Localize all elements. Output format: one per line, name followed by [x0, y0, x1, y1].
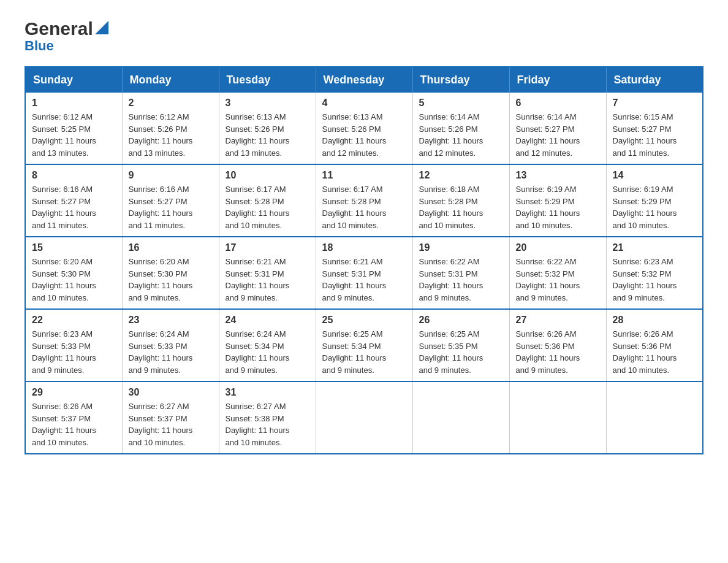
- calendar-cell: 30 Sunrise: 6:27 AM Sunset: 5:37 PM Dayl…: [122, 381, 219, 454]
- calendar-week-5: 29 Sunrise: 6:26 AM Sunset: 5:37 PM Dayl…: [25, 381, 703, 454]
- day-info: Sunrise: 6:25 AM Sunset: 5:34 PM Dayligh…: [322, 328, 406, 376]
- day-number: 4: [322, 98, 406, 109]
- day-number: 2: [129, 98, 213, 109]
- day-info: Sunrise: 6:13 AM Sunset: 5:26 PM Dayligh…: [226, 111, 309, 159]
- day-number: 29: [32, 387, 116, 398]
- day-info: Sunrise: 6:22 AM Sunset: 5:31 PM Dayligh…: [419, 256, 503, 304]
- day-info: Sunrise: 6:19 AM Sunset: 5:29 PM Dayligh…: [613, 183, 697, 231]
- day-number: 27: [516, 315, 600, 326]
- day-number: 9: [129, 170, 213, 181]
- day-info: Sunrise: 6:23 AM Sunset: 5:32 PM Dayligh…: [613, 256, 697, 304]
- calendar-cell: 19 Sunrise: 6:22 AM Sunset: 5:31 PM Dayl…: [412, 237, 509, 309]
- calendar-cell: [509, 381, 606, 454]
- day-number: 8: [32, 170, 116, 181]
- day-number: 21: [613, 242, 697, 253]
- day-info: Sunrise: 6:24 AM Sunset: 5:34 PM Dayligh…: [226, 328, 309, 376]
- calendar-cell: 6 Sunrise: 6:14 AM Sunset: 5:27 PM Dayli…: [509, 93, 606, 164]
- day-number: 7: [613, 98, 697, 109]
- day-info: Sunrise: 6:21 AM Sunset: 5:31 PM Dayligh…: [226, 256, 309, 304]
- day-info: Sunrise: 6:20 AM Sunset: 5:30 PM Dayligh…: [32, 256, 116, 304]
- day-info: Sunrise: 6:21 AM Sunset: 5:31 PM Dayligh…: [322, 256, 406, 304]
- calendar-header-friday: Friday: [509, 67, 606, 93]
- day-number: 31: [226, 387, 309, 398]
- logo-triangle-icon: [95, 21, 108, 34]
- calendar-cell: 23 Sunrise: 6:24 AM Sunset: 5:33 PM Dayl…: [122, 309, 219, 381]
- day-info: Sunrise: 6:14 AM Sunset: 5:26 PM Dayligh…: [419, 111, 503, 159]
- calendar-cell: [606, 381, 703, 454]
- day-info: Sunrise: 6:26 AM Sunset: 5:37 PM Dayligh…: [32, 400, 116, 448]
- day-number: 16: [129, 242, 213, 253]
- calendar-cell: 24 Sunrise: 6:24 AM Sunset: 5:34 PM Dayl…: [219, 309, 316, 381]
- calendar-header-tuesday: Tuesday: [219, 67, 316, 93]
- day-info: Sunrise: 6:17 AM Sunset: 5:28 PM Dayligh…: [226, 183, 309, 231]
- calendar-week-1: 1 Sunrise: 6:12 AM Sunset: 5:25 PM Dayli…: [25, 93, 703, 164]
- day-info: Sunrise: 6:23 AM Sunset: 5:33 PM Dayligh…: [32, 328, 116, 376]
- day-info: Sunrise: 6:27 AM Sunset: 5:37 PM Dayligh…: [129, 400, 213, 448]
- calendar-cell: [316, 381, 412, 454]
- svg-marker-0: [95, 21, 108, 34]
- day-number: 3: [226, 98, 309, 109]
- day-number: 17: [226, 242, 309, 253]
- day-info: Sunrise: 6:15 AM Sunset: 5:27 PM Dayligh…: [613, 111, 697, 159]
- calendar-week-3: 15 Sunrise: 6:20 AM Sunset: 5:30 PM Dayl…: [25, 237, 703, 309]
- calendar-cell: 14 Sunrise: 6:19 AM Sunset: 5:29 PM Dayl…: [606, 164, 703, 237]
- day-info: Sunrise: 6:14 AM Sunset: 5:27 PM Dayligh…: [516, 111, 600, 159]
- calendar-cell: 15 Sunrise: 6:20 AM Sunset: 5:30 PM Dayl…: [25, 237, 122, 309]
- day-number: 22: [32, 315, 116, 326]
- day-info: Sunrise: 6:16 AM Sunset: 5:27 PM Dayligh…: [32, 183, 116, 231]
- calendar-header-monday: Monday: [122, 67, 219, 93]
- calendar-header-saturday: Saturday: [606, 67, 703, 93]
- calendar-cell: [412, 381, 509, 454]
- calendar-cell: 3 Sunrise: 6:13 AM Sunset: 5:26 PM Dayli…: [219, 93, 316, 164]
- calendar-cell: 1 Sunrise: 6:12 AM Sunset: 5:25 PM Dayli…: [25, 93, 122, 164]
- day-info: Sunrise: 6:26 AM Sunset: 5:36 PM Dayligh…: [613, 328, 697, 376]
- day-info: Sunrise: 6:16 AM Sunset: 5:27 PM Dayligh…: [129, 183, 213, 231]
- calendar-cell: 21 Sunrise: 6:23 AM Sunset: 5:32 PM Dayl…: [606, 237, 703, 309]
- day-number: 24: [226, 315, 309, 326]
- calendar-header-row: SundayMondayTuesdayWednesdayThursdayFrid…: [25, 67, 703, 93]
- calendar-cell: 17 Sunrise: 6:21 AM Sunset: 5:31 PM Dayl…: [219, 237, 316, 309]
- day-number: 10: [226, 170, 309, 181]
- calendar-cell: 4 Sunrise: 6:13 AM Sunset: 5:26 PM Dayli…: [316, 93, 412, 164]
- day-number: 11: [322, 170, 406, 181]
- calendar-cell: 11 Sunrise: 6:17 AM Sunset: 5:28 PM Dayl…: [316, 164, 412, 237]
- day-info: Sunrise: 6:12 AM Sunset: 5:25 PM Dayligh…: [32, 111, 116, 159]
- calendar-table: SundayMondayTuesdayWednesdayThursdayFrid…: [25, 66, 703, 454]
- page-header: General Blue: [25, 18, 703, 54]
- day-number: 13: [516, 170, 600, 181]
- calendar-cell: 8 Sunrise: 6:16 AM Sunset: 5:27 PM Dayli…: [25, 164, 122, 237]
- calendar-cell: 18 Sunrise: 6:21 AM Sunset: 5:31 PM Dayl…: [316, 237, 412, 309]
- day-number: 25: [322, 315, 406, 326]
- day-number: 18: [322, 242, 406, 253]
- day-info: Sunrise: 6:27 AM Sunset: 5:38 PM Dayligh…: [226, 400, 309, 448]
- calendar-cell: 9 Sunrise: 6:16 AM Sunset: 5:27 PM Dayli…: [122, 164, 219, 237]
- day-info: Sunrise: 6:22 AM Sunset: 5:32 PM Dayligh…: [516, 256, 600, 304]
- logo-blue-text: Blue: [25, 38, 54, 54]
- calendar-cell: 5 Sunrise: 6:14 AM Sunset: 5:26 PM Dayli…: [412, 93, 509, 164]
- calendar-cell: 31 Sunrise: 6:27 AM Sunset: 5:38 PM Dayl…: [219, 381, 316, 454]
- calendar-cell: 13 Sunrise: 6:19 AM Sunset: 5:29 PM Dayl…: [509, 164, 606, 237]
- day-number: 6: [516, 98, 600, 109]
- day-info: Sunrise: 6:24 AM Sunset: 5:33 PM Dayligh…: [129, 328, 213, 376]
- calendar-week-2: 8 Sunrise: 6:16 AM Sunset: 5:27 PM Dayli…: [25, 164, 703, 237]
- calendar-cell: 12 Sunrise: 6:18 AM Sunset: 5:28 PM Dayl…: [412, 164, 509, 237]
- calendar-cell: 29 Sunrise: 6:26 AM Sunset: 5:37 PM Dayl…: [25, 381, 122, 454]
- day-info: Sunrise: 6:17 AM Sunset: 5:28 PM Dayligh…: [322, 183, 406, 231]
- calendar-header-wednesday: Wednesday: [316, 67, 412, 93]
- day-info: Sunrise: 6:12 AM Sunset: 5:26 PM Dayligh…: [129, 111, 213, 159]
- day-number: 14: [613, 170, 697, 181]
- day-info: Sunrise: 6:25 AM Sunset: 5:35 PM Dayligh…: [419, 328, 503, 376]
- day-number: 5: [419, 98, 503, 109]
- day-number: 30: [129, 387, 213, 398]
- day-info: Sunrise: 6:13 AM Sunset: 5:26 PM Dayligh…: [322, 111, 406, 159]
- day-number: 28: [613, 315, 697, 326]
- calendar-header-sunday: Sunday: [25, 67, 122, 93]
- calendar-cell: 27 Sunrise: 6:26 AM Sunset: 5:36 PM Dayl…: [509, 309, 606, 381]
- day-info: Sunrise: 6:19 AM Sunset: 5:29 PM Dayligh…: [516, 183, 600, 231]
- day-info: Sunrise: 6:18 AM Sunset: 5:28 PM Dayligh…: [419, 183, 503, 231]
- calendar-cell: 26 Sunrise: 6:25 AM Sunset: 5:35 PM Dayl…: [412, 309, 509, 381]
- calendar-body: 1 Sunrise: 6:12 AM Sunset: 5:25 PM Dayli…: [25, 93, 703, 454]
- calendar-cell: 7 Sunrise: 6:15 AM Sunset: 5:27 PM Dayli…: [606, 93, 703, 164]
- calendar-header-thursday: Thursday: [412, 67, 509, 93]
- day-info: Sunrise: 6:20 AM Sunset: 5:30 PM Dayligh…: [129, 256, 213, 304]
